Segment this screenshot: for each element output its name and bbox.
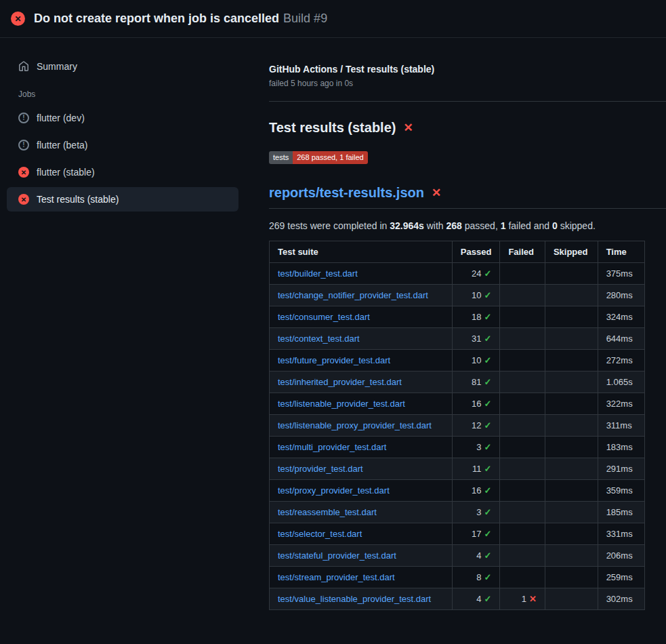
skipped-cell — [545, 567, 598, 588]
passed-cell: 16✓ — [452, 480, 500, 502]
job-label: flutter (beta) — [37, 140, 87, 150]
passed-count: 268 — [446, 220, 462, 231]
divider — [269, 101, 666, 102]
passed-value: 12 — [472, 420, 481, 430]
suite-cell: test/provider_test.dart — [270, 458, 453, 480]
failed-value: 1 — [522, 594, 526, 604]
check-icon: ✓ — [484, 550, 491, 561]
sidebar-job-item[interactable]: !flutter (beta) — [7, 133, 238, 157]
test-suite-link[interactable]: test/selector_test.dart — [278, 529, 362, 539]
suite-cell: test/builder_test.dart — [270, 263, 453, 285]
passed-cell: 16✓ — [452, 393, 500, 415]
passed-value: 8 — [476, 572, 481, 582]
table-row: test/multi_provider_test.dart3✓183ms — [270, 437, 645, 458]
test-suite-link[interactable]: test/stream_provider_test.dart — [278, 572, 395, 582]
test-suite-link[interactable]: test/stateful_provider_test.dart — [278, 550, 396, 561]
page-header: ✕ Do not create report when job is cance… — [0, 0, 666, 38]
test-suite-link[interactable]: test/proxy_provider_test.dart — [278, 485, 390, 496]
section-title-text: Test results (stable) — [269, 120, 396, 136]
check-icon: ✓ — [484, 420, 491, 430]
suite-cell: test/reassemble_test.dart — [270, 502, 453, 523]
time-cell: 359ms — [598, 480, 644, 502]
test-suite-link[interactable]: test/context_test.dart — [278, 334, 360, 344]
table-row: test/consumer_test.dart18✓324ms — [270, 306, 645, 328]
test-suite-link[interactable]: test/builder_test.dart — [278, 268, 358, 279]
passed-value: 16 — [472, 399, 481, 409]
sidebar-job-item[interactable]: ✕Test results (stable) — [7, 187, 238, 212]
table-header-row: Test suite Passed Failed Skipped Time — [270, 241, 645, 263]
jobs-section-label: Jobs — [18, 89, 238, 99]
sidebar-item-summary[interactable]: Summary — [7, 54, 238, 79]
badge-label: tests — [269, 151, 293, 164]
failed-cell — [500, 393, 545, 415]
passed-value: 81 — [472, 377, 481, 387]
passed-cell: 4✓ — [452, 545, 500, 567]
passed-value: 3 — [476, 507, 481, 517]
failed-cell — [500, 371, 545, 393]
skipped-cell — [545, 285, 598, 306]
sidebar-job-item[interactable]: ✕flutter (stable) — [7, 160, 238, 184]
jobs-list: !flutter (dev)!flutter (beta)✕flutter (s… — [7, 106, 238, 212]
breadcrumb: GitHub Actions / Test results (stable) — [269, 64, 666, 75]
report-file-link[interactable]: reports/test-results.json — [269, 185, 424, 201]
table-row: test/reassemble_test.dart3✓185ms — [270, 502, 645, 523]
test-suite-link[interactable]: test/inherited_provider_test.dart — [278, 377, 402, 387]
time-cell: 183ms — [598, 437, 644, 458]
failed-cell — [500, 523, 545, 545]
check-icon: ✓ — [484, 572, 491, 582]
time-cell: 280ms — [598, 285, 644, 306]
test-suite-link[interactable]: test/change_notifier_provider_test.dart — [278, 290, 428, 300]
check-icon: ✓ — [484, 464, 491, 474]
passed-value: 10 — [472, 355, 481, 365]
suite-cell: test/listenable_proxy_provider_test.dart — [270, 415, 453, 437]
check-icon: ✓ — [484, 529, 491, 539]
passed-cell: 81✓ — [452, 371, 500, 393]
sidebar: Summary Jobs !flutter (dev)!flutter (bet… — [0, 38, 249, 214]
suite-cell: test/consumer_test.dart — [270, 306, 453, 328]
time-cell: 272ms — [598, 350, 644, 371]
test-suite-link[interactable]: test/provider_test.dart — [278, 464, 363, 474]
time-cell: 302ms — [598, 588, 644, 610]
passed-value: 3 — [476, 442, 481, 452]
table-row: test/stream_provider_test.dart8✓259ms — [270, 567, 645, 588]
suite-cell: test/value_listenable_provider_test.dart — [270, 588, 453, 610]
table-row: test/builder_test.dart24✓375ms — [270, 263, 645, 285]
suite-cell: test/stream_provider_test.dart — [270, 567, 453, 588]
suite-cell: test/stateful_provider_test.dart — [270, 545, 453, 567]
time-cell: 375ms — [598, 263, 644, 285]
failed-cell — [500, 328, 545, 350]
test-suite-link[interactable]: test/value_listenable_provider_test.dart — [278, 594, 431, 604]
passed-cell: 3✓ — [452, 437, 500, 458]
test-suite-link[interactable]: test/multi_provider_test.dart — [278, 442, 386, 452]
duration-value: 32.964s — [390, 220, 424, 231]
failed-count: 1 — [501, 220, 506, 231]
suite-cell: test/proxy_provider_test.dart — [270, 480, 453, 502]
check-icon: ✓ — [484, 507, 491, 517]
check-icon: ✓ — [484, 268, 491, 279]
time-cell: 259ms — [598, 567, 644, 588]
test-suite-link[interactable]: test/reassemble_test.dart — [278, 507, 377, 517]
test-suite-link[interactable]: test/consumer_test.dart — [278, 312, 370, 322]
section-title: Test results (stable) ✕ — [269, 120, 666, 136]
report-title: reports/test-results.json ✕ — [269, 185, 666, 209]
run-meta: failed 5 hours ago in 0s — [269, 79, 666, 88]
passed-value: 31 — [472, 334, 481, 344]
build-number: Build #9 — [283, 12, 327, 25]
sidebar-job-item[interactable]: !flutter (dev) — [7, 106, 238, 130]
passed-value: 18 — [472, 312, 481, 322]
test-suite-link[interactable]: test/future_provider_test.dart — [278, 355, 390, 365]
suite-cell: test/future_provider_test.dart — [270, 350, 453, 371]
table-row: test/selector_test.dart17✓331ms — [270, 523, 645, 545]
table-row: test/value_listenable_provider_test.dart… — [270, 588, 645, 610]
test-suite-link[interactable]: test/listenable_proxy_provider_test.dart — [278, 420, 432, 430]
passed-cell: 24✓ — [452, 263, 500, 285]
suite-cell: test/selector_test.dart — [270, 523, 453, 545]
time-cell: 331ms — [598, 523, 644, 545]
passed-value: 17 — [472, 529, 481, 539]
time-cell: 1.065s — [598, 371, 644, 393]
table-row: test/listenable_provider_test.dart16✓322… — [270, 393, 645, 415]
col-header-test-suite: Test suite — [270, 241, 453, 263]
time-cell: 206ms — [598, 545, 644, 567]
test-suite-link[interactable]: test/listenable_provider_test.dart — [278, 399, 405, 409]
passed-value: 11 — [472, 464, 482, 474]
